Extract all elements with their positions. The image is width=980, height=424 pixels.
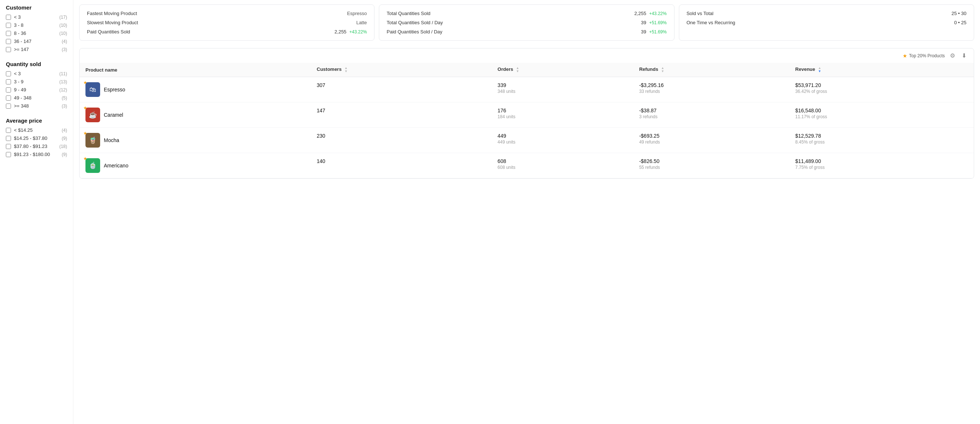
quantity-sold-filter-group: Quantity sold < 3 (11) 3 - 9 (13) 9 - 49… xyxy=(6,61,67,108)
filter-checkbox[interactable] xyxy=(6,96,11,100)
filter-checkbox[interactable] xyxy=(6,39,11,44)
product-name-cell: ★ 🛍 Espresso xyxy=(80,77,311,102)
refunds-amount: -$693.25 xyxy=(639,133,784,139)
table-row: ★ ☕ Caramel 147 176 184 units -$38.87 3 … xyxy=(80,102,974,128)
filter-checkbox[interactable] xyxy=(6,15,11,20)
orders-cell: 449 449 units xyxy=(492,128,633,153)
product-name-cell: ★ 🧋 Mocha xyxy=(80,128,311,153)
stat-card-2: Total Quantities Sold 2,255 +43.22% Tota… xyxy=(379,5,674,41)
revenue-pct: 11.17% of gross xyxy=(795,114,968,119)
orders-cell: 608 608 units xyxy=(492,153,633,179)
revenue-amount: $16,548.00 xyxy=(795,108,968,113)
filter-checkbox[interactable] xyxy=(6,144,11,149)
customers-cell: 140 xyxy=(311,153,492,179)
filter-checkbox[interactable] xyxy=(6,31,11,36)
orders-units: 449 units xyxy=(498,140,628,145)
filter-item: $14.25 - $37.80 (9) xyxy=(6,135,67,141)
product-image: ★ 🍵 xyxy=(86,158,100,173)
filter-item: $91.23 - $180.00 (9) xyxy=(6,151,67,157)
filter-checkbox[interactable] xyxy=(6,79,11,84)
settings-button[interactable]: ⚙ xyxy=(948,51,956,60)
refunds-amount: -$3,295.16 xyxy=(639,82,784,88)
average-price-filter-title: Average price xyxy=(6,118,67,124)
filter-label: 8 - 36 xyxy=(14,30,26,36)
col-revenue[interactable]: Revenue ▲▼ xyxy=(789,63,974,77)
filter-checkbox[interactable] xyxy=(6,128,11,133)
average-price-filter-group: Average price < $14.25 (4) $14.25 - $37.… xyxy=(6,118,67,157)
orders-count: 608 xyxy=(498,158,628,164)
filter-checkbox[interactable] xyxy=(6,152,11,157)
col-orders[interactable]: Orders ▲▼ xyxy=(492,63,633,77)
filter-label: < 3 xyxy=(14,71,21,77)
paid-qty-row: Paid Quantities Sold 2,255 +43.22% xyxy=(87,29,367,35)
product-star-icon: ★ xyxy=(83,105,87,110)
top20-badge: ★ Top 20% Products xyxy=(903,53,945,59)
revenue-amount: $11,489.00 xyxy=(795,158,968,164)
customers-cell: 230 xyxy=(311,128,492,153)
customers-value: 307 xyxy=(317,82,325,88)
customer-filter-group: Customer < 3 (17) 3 - 8 (10) 8 - 36 (10)… xyxy=(6,5,67,52)
filter-count: (10) xyxy=(59,23,67,28)
products-table-section: ★ Top 20% Products ⚙ ⬇ Product name Cust… xyxy=(79,48,974,179)
filter-label: $37.80 - $91.23 xyxy=(14,143,47,149)
filter-checkbox[interactable] xyxy=(6,88,11,92)
filter-label: >= 147 xyxy=(14,46,29,52)
quantity-sold-filter-title: Quantity sold xyxy=(6,61,67,67)
stat-cards: Fastest Moving Product Espresso Slowest … xyxy=(79,5,974,41)
filter-label: 36 - 147 xyxy=(14,38,32,44)
product-name-cell: ★ ☕ Caramel xyxy=(80,102,311,128)
filter-checkbox[interactable] xyxy=(6,104,11,108)
product-image: ★ 🧋 xyxy=(86,133,100,148)
filter-item: $37.80 - $91.23 (18) xyxy=(6,143,67,149)
refunds-count: 33 refunds xyxy=(639,89,784,94)
filter-count: (10) xyxy=(59,31,67,36)
refunds-cell: -$38.87 3 refunds xyxy=(633,102,790,128)
product-star-icon: ★ xyxy=(83,156,87,161)
orders-cell: 339 348 units xyxy=(492,77,633,102)
filter-label: $91.23 - $180.00 xyxy=(14,151,50,157)
filter-item: 36 - 147 (4) xyxy=(6,38,67,44)
filter-item: < 3 (17) xyxy=(6,14,67,20)
filter-checkbox[interactable] xyxy=(6,47,11,52)
refunds-count: 3 refunds xyxy=(639,114,784,119)
filter-count: (4) xyxy=(62,39,67,44)
col-refunds[interactable]: Refunds ▲▼ xyxy=(633,63,790,77)
product-name: Caramel xyxy=(104,112,123,118)
customers-value: 147 xyxy=(317,108,325,113)
table-row: ★ 🛍 Espresso 307 339 348 units -$3,295.1… xyxy=(80,77,974,102)
product-star-icon: ★ xyxy=(83,80,87,85)
filter-count: (9) xyxy=(62,152,67,157)
table-row: ★ 🍵 Americano 140 608 608 units -$826.50… xyxy=(80,153,974,179)
filter-item: 9 - 49 (12) xyxy=(6,87,67,92)
revenue-cell: $16,548.00 11.17% of gross xyxy=(789,102,974,128)
revenue-cell: $11,489.00 7.75% of gross xyxy=(789,153,974,179)
filter-checkbox[interactable] xyxy=(6,23,11,28)
filter-checkbox[interactable] xyxy=(6,136,11,141)
filter-item: 3 - 8 (10) xyxy=(6,22,67,28)
filter-count: (18) xyxy=(59,144,67,149)
filter-label: 3 - 9 xyxy=(14,79,24,84)
filter-checkbox[interactable] xyxy=(6,71,11,77)
fastest-moving-row: Fastest Moving Product Espresso xyxy=(87,11,367,16)
product-name: Espresso xyxy=(104,87,125,92)
customers-value: 230 xyxy=(317,133,325,139)
table-toolbar: ★ Top 20% Products ⚙ ⬇ xyxy=(80,48,974,63)
star-icon: ★ xyxy=(903,53,907,59)
filter-label: >= 348 xyxy=(14,103,29,108)
col-product-name[interactable]: Product name xyxy=(80,63,311,77)
filter-count: (5) xyxy=(62,96,67,100)
filter-count: (11) xyxy=(59,71,67,77)
orders-count: 176 xyxy=(498,108,628,113)
orders-units: 608 units xyxy=(498,165,628,170)
refunds-cell: -$3,295.16 33 refunds xyxy=(633,77,790,102)
filter-label: 9 - 49 xyxy=(14,87,26,92)
product-name-cell: ★ 🍵 Americano xyxy=(80,153,311,179)
col-customers[interactable]: Customers ▲▼ xyxy=(311,63,492,77)
refunds-count: 49 refunds xyxy=(639,140,784,145)
revenue-cell: $12,529.78 8.45% of gross xyxy=(789,128,974,153)
customers-cell: 147 xyxy=(311,102,492,128)
download-button[interactable]: ⬇ xyxy=(960,51,968,60)
refunds-cell: -$693.25 49 refunds xyxy=(633,128,790,153)
customers-cell: 307 xyxy=(311,77,492,102)
filter-count: (13) xyxy=(59,79,67,84)
